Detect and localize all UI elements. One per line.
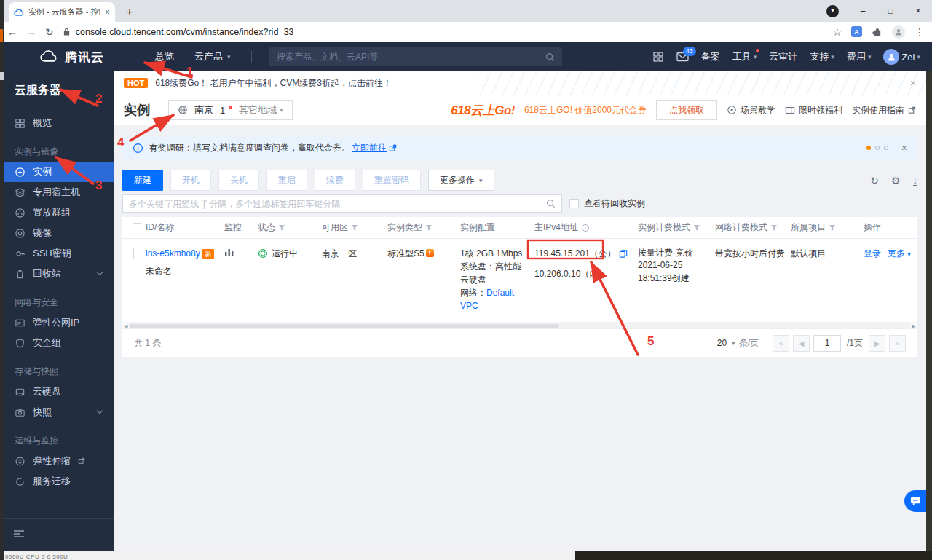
sidebar-item-recycle-bin[interactable]: 回收站 [0, 264, 114, 284]
page-size-value[interactable]: 20 [717, 338, 727, 348]
translate-extension-icon[interactable]: A [851, 26, 862, 37]
col-billing[interactable]: 实例计费模式 [638, 221, 715, 234]
browser-tab[interactable]: 实例 - 云服务器 - 控制台 × [9, 2, 115, 22]
window-minimize-button[interactable]: – [849, 6, 877, 16]
page-number-input[interactable] [813, 335, 841, 352]
first-page-button[interactable]: « [773, 335, 789, 352]
notice-close-icon[interactable]: × [901, 142, 907, 154]
select-all-checkbox[interactable] [133, 223, 141, 232]
filter-funnel-icon[interactable] [351, 224, 358, 232]
reload-icon[interactable]: ↻ [45, 26, 54, 38]
next-page-button[interactable]: ▶ [869, 335, 885, 352]
instance-guide-link[interactable]: 实例使用指南 [852, 104, 916, 117]
collapse-sidebar-icon[interactable] [13, 529, 25, 538]
filter-funnel-icon[interactable] [829, 224, 836, 232]
promo-banner[interactable]: HOT 618续费Go！ 老用户年中福利，CVM续费3折起，点击前往！ × [114, 71, 926, 95]
more-actions-button[interactable]: 更多操作 ▾ [428, 170, 494, 191]
col-zone[interactable]: 可用区 [322, 221, 387, 234]
col-project[interactable]: 所属项目 [791, 221, 864, 234]
search-icon[interactable] [546, 199, 556, 208]
tab-close-icon[interactable]: × [105, 8, 110, 17]
sidebar-item-service-migration[interactable]: 服务迁移 [0, 471, 114, 492]
nav-overview[interactable]: 总览 [155, 50, 174, 63]
filter-funnel-icon[interactable] [770, 224, 778, 232]
cell-monitor[interactable] [224, 247, 258, 260]
filter-funnel-icon[interactable] [425, 224, 433, 232]
scroll-right-icon[interactable]: ▶ [912, 323, 916, 328]
other-regions-dropdown[interactable]: 其它地域 ▾ [239, 103, 283, 117]
reset-password-button[interactable]: 重置密码 [363, 170, 421, 191]
recycle-filter-checkbox[interactable] [569, 199, 579, 208]
instance-row[interactable]: ins-e5kmho8y新 未命名 运行中 南京一区 标准型S5 1核 2GB … [122, 239, 917, 323]
sidebar-item-security-groups[interactable]: 安全组 [0, 333, 114, 353]
sidebar-item-placement-group[interactable]: 置放群组 [0, 202, 114, 223]
scrollbar-thumb[interactable] [129, 324, 558, 328]
survey-go-link[interactable]: 立即前往 [352, 142, 387, 154]
scene-tutorial-link[interactable]: 场景教学 [727, 104, 775, 117]
scroll-left-icon[interactable]: ◀ [124, 323, 127, 328]
power-on-button[interactable]: 开机 [170, 170, 211, 191]
sidebar-item-auto-scaling[interactable]: 弹性伸缩 [0, 451, 114, 471]
nav-cloud-audit[interactable]: 云审计 [769, 50, 797, 63]
restart-button[interactable]: 重启 [266, 170, 307, 191]
claim-coupon-button[interactable]: 点我领取 [656, 100, 717, 120]
horizontal-scrollbar[interactable]: ◀ ▶ [122, 323, 917, 329]
nav-beian[interactable]: 备案 [701, 50, 720, 63]
console-grid-icon[interactable] [652, 51, 664, 63]
instance-id-link[interactable]: ins-e5kmho8y [146, 248, 200, 259]
tencent-logo[interactable]: 腾讯云 [39, 49, 104, 66]
download-icon[interactable]: ↓ [913, 176, 918, 186]
sidebar-item-images[interactable]: 镜像 [0, 223, 114, 243]
extensions-puzzle-icon[interactable] [872, 26, 882, 37]
instance-filter-box[interactable] [122, 194, 562, 213]
filter-funnel-icon[interactable] [693, 224, 700, 232]
refresh-icon[interactable]: ↻ [870, 175, 879, 186]
browser-update-icon[interactable]: ▼ [826, 5, 839, 17]
forward-icon[interactable]: → [26, 26, 36, 38]
filter-funnel-icon[interactable] [278, 224, 285, 232]
limited-benefit-link[interactable]: 限时领福利 [785, 104, 842, 117]
sidebar-item-cloud-disk[interactable]: 云硬盘 [0, 382, 114, 402]
copy-icon[interactable] [619, 249, 628, 258]
instance-filter-input[interactable] [129, 199, 546, 209]
bookmark-star-icon[interactable]: ☆ [832, 26, 842, 38]
nav-support[interactable]: 支持▾ [810, 50, 834, 63]
sidebar-item-instances[interactable]: 实例 [0, 162, 114, 182]
window-maximize-button[interactable]: □ [877, 6, 904, 16]
settings-gear-icon[interactable]: ⚙ [891, 175, 901, 186]
col-id-name[interactable]: ID/名称 [146, 221, 224, 234]
col-status[interactable]: 状态 [258, 221, 322, 234]
top-search-input[interactable] [277, 52, 545, 62]
row-checkbox[interactable] [133, 248, 134, 259]
carousel-dot-active[interactable] [866, 146, 871, 150]
nav-products[interactable]: 云产品▾ [194, 50, 231, 63]
omnibox[interactable]: console.cloud.tencent.com/cvm/instance/i… [63, 27, 824, 37]
sidebar-item-snapshots[interactable]: 快照 [0, 402, 114, 422]
prev-page-button[interactable]: ◀ [793, 335, 810, 352]
browser-menu-icon[interactable]: ⋮ [915, 26, 925, 38]
sidebar-item-ssh-keys[interactable]: SSH密钥 [0, 243, 114, 264]
nav-tools[interactable]: 工具▾ [732, 50, 757, 63]
carousel-dot[interactable] [875, 146, 880, 150]
sidebar-item-overview[interactable]: 概览 [0, 113, 114, 133]
scrollbar-track[interactable] [129, 323, 910, 328]
banner-close-icon[interactable]: × [910, 77, 916, 89]
region-selector[interactable]: 南京 1 其它地域 ▾ [168, 100, 293, 120]
info-icon[interactable] [581, 224, 590, 232]
window-close-button[interactable]: × [904, 6, 932, 16]
sidebar-item-eip[interactable]: IP 弹性公网IP [0, 312, 114, 333]
chat-support-button[interactable] [904, 490, 926, 512]
renew-button[interactable]: 续费 [315, 170, 355, 191]
nav-billing[interactable]: 费用▾ [847, 50, 872, 63]
create-instance-button[interactable]: 新建 [122, 170, 163, 191]
last-page-button[interactable]: » [889, 335, 906, 352]
power-off-button[interactable]: 关机 [218, 170, 259, 191]
top-search-box[interactable] [269, 47, 562, 66]
back-icon[interactable]: ← [7, 26, 17, 38]
messages-icon[interactable]: 43 [676, 52, 689, 62]
new-tab-button[interactable]: + [121, 3, 138, 20]
carousel-dot[interactable] [884, 146, 888, 150]
col-type[interactable]: 实例类型 [387, 221, 460, 234]
login-action[interactable]: 登录 [864, 247, 881, 260]
col-network-billing[interactable]: 网络计费模式 [715, 221, 791, 234]
